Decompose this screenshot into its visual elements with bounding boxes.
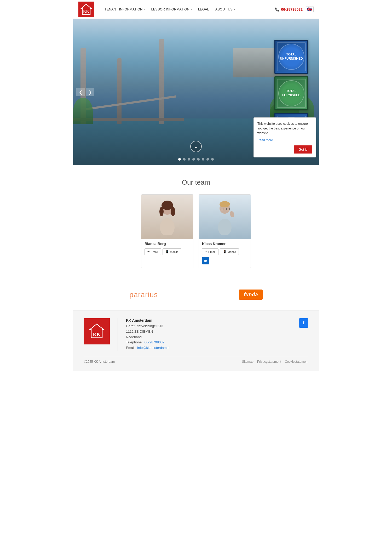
footer-address1: Gerrit Rietveldsingel 513 [126, 324, 294, 329]
trees-left [73, 98, 93, 124]
klaas-email-button[interactable]: ✉ Email [202, 248, 218, 255]
team-title: Our team [78, 178, 314, 186]
svg-point-13 [229, 211, 235, 218]
chevron-down-icon: ▾ [191, 8, 192, 11]
team-card-klaas: Klaas Kramer ✉ Email 📱 Mobile in [199, 194, 251, 268]
footer-logo: KK [84, 318, 110, 344]
footer-social: f [299, 318, 308, 328]
nav-tenant-information[interactable]: TENANT INFORMATION ▾ [102, 5, 147, 13]
klaas-mobile-button[interactable]: 📱 Mobile [220, 248, 239, 255]
slider-next-button[interactable]: ❯ [86, 88, 94, 96]
chevron-down-icon: ⌄ [194, 143, 198, 150]
language-selector[interactable]: 🇬🇧 [306, 7, 314, 12]
footer-address3: Nederland [126, 334, 294, 340]
footer-email-link[interactable]: info@kkamsterdam.nl [137, 346, 170, 350]
card-unfurnished[interactable]: TOTAL UNFURNISHED [274, 40, 308, 74]
bianca-name: Bianca Berg [145, 242, 190, 246]
team-section: Our team Bianca Berg ✉ [73, 165, 319, 279]
nav-legal[interactable]: LEGAL [195, 5, 212, 13]
nav-lessor-information[interactable]: LESSOR INFORMATION ▾ [148, 5, 194, 13]
pararius-logo[interactable]: pararius [129, 291, 158, 299]
footer-bottom: ©2025 KK Amsterdam Sitemap Privacystatem… [84, 356, 308, 364]
svg-point-6 [171, 207, 175, 216]
mobile-icon: 📱 [165, 250, 169, 253]
chevron-down-icon: ▾ [234, 8, 235, 11]
footer-telephone: Telephone: 06-28798032 [126, 340, 294, 345]
privacy-link[interactable]: Privacystatement [257, 360, 281, 364]
hero-section: ❮ ❯ TOTAL UNFURNISHED TOTAL FURNISHED ⌄ [73, 19, 319, 165]
footer-address2: 1112 ZB DIEMEN [126, 329, 294, 334]
bianca-info: Bianca Berg ✉ Email 📱 Mobile [141, 239, 193, 255]
bianca-email-button[interactable]: ✉ Email [145, 248, 161, 255]
dot-8[interactable] [211, 158, 214, 161]
footer-email: Email: info@kkamsterdam.nl [126, 345, 294, 351]
bridge-center-structure [159, 39, 164, 124]
nav-about-us[interactable]: ABOUT US ▾ [213, 5, 238, 13]
footer-company: KK Amsterdam [126, 318, 294, 322]
team-cards: Bianca Berg ✉ Email 📱 Mobile [78, 194, 314, 268]
main-nav: TENANT INFORMATION ▾ LESSOR INFORMATION … [102, 5, 275, 13]
svg-point-9 [220, 201, 230, 207]
scroll-down-button[interactable]: ⌄ [190, 141, 202, 152]
phone-icon: 📞 [275, 7, 279, 12]
header: KK TENANT INFORMATION ▾ LESSOR INFORMATI… [73, 0, 319, 19]
dot-6[interactable] [202, 158, 204, 161]
footer-phone-link[interactable]: 06-28798032 [145, 340, 165, 344]
partners-section: pararius funda [73, 279, 319, 310]
mobile-icon: 📱 [223, 250, 227, 253]
slider-dots [178, 158, 214, 161]
cookies-link[interactable]: Cookiestatement [285, 360, 308, 364]
footer-content: KK KK Amsterdam Gerrit Rietveldsingel 51… [84, 318, 308, 351]
chevron-down-icon: ▾ [143, 8, 145, 11]
footer: KK KK Amsterdam Gerrit Rietveldsingel 51… [73, 310, 319, 371]
card-furnished[interactable]: TOTAL FURNISHED [274, 76, 308, 110]
klaas-photo [199, 195, 251, 239]
footer-divider [118, 318, 118, 351]
phone-link[interactable]: 📞 06-28798032 [275, 7, 303, 12]
klaas-name: Klaas Kramer [202, 242, 247, 246]
team-card-bianca: Bianca Berg ✉ Email 📱 Mobile [141, 194, 193, 268]
dot-7[interactable] [206, 158, 209, 161]
copyright: ©2025 KK Amsterdam [84, 360, 115, 364]
svg-point-3 [160, 218, 175, 235]
klaas-buttons: ✉ Email 📱 Mobile [202, 248, 247, 255]
dot-1[interactable] [178, 158, 181, 161]
funda-logo[interactable]: funda [239, 290, 262, 300]
svg-text:KK: KK [83, 9, 89, 14]
svg-point-5 [159, 207, 164, 216]
bianca-photo [141, 195, 193, 239]
svg-point-8 [218, 219, 232, 235]
cookie-read-more[interactable]: Read more [257, 138, 273, 142]
dot-2[interactable] [183, 158, 186, 161]
cookie-accept-button[interactable]: Got it! [294, 145, 312, 154]
logo[interactable]: KK [78, 2, 94, 17]
sitemap-link[interactable]: Sitemap [242, 360, 253, 364]
cookie-banner: This website uses cookies to ensure you … [253, 117, 316, 157]
header-right: 📞 06-28798032 🇬🇧 [275, 7, 314, 12]
slider-prev-button[interactable]: ❮ [76, 88, 85, 96]
bianca-mobile-button[interactable]: 📱 Mobile [163, 248, 181, 255]
email-icon: ✉ [205, 250, 207, 253]
dot-3[interactable] [188, 158, 190, 161]
dot-4[interactable] [192, 158, 195, 161]
dot-5[interactable] [197, 158, 200, 161]
svg-point-4 [162, 201, 173, 210]
footer-info: KK Amsterdam Gerrit Rietveldsingel 513 1… [126, 318, 294, 351]
footer-bottom-links: Sitemap Privacystatement Cookiestatement [242, 360, 308, 364]
bianca-buttons: ✉ Email 📱 Mobile [145, 248, 190, 255]
svg-text:KK: KK [93, 332, 100, 337]
facebook-button[interactable]: f [299, 318, 308, 328]
cookie-message: This website uses cookies to ensure you … [257, 121, 312, 135]
klaas-info: Klaas Kramer ✉ Email 📱 Mobile in [199, 239, 251, 264]
bridge-right-structure [117, 58, 122, 124]
email-icon: ✉ [147, 250, 150, 253]
klaas-linkedin-button[interactable]: in [202, 257, 209, 264]
